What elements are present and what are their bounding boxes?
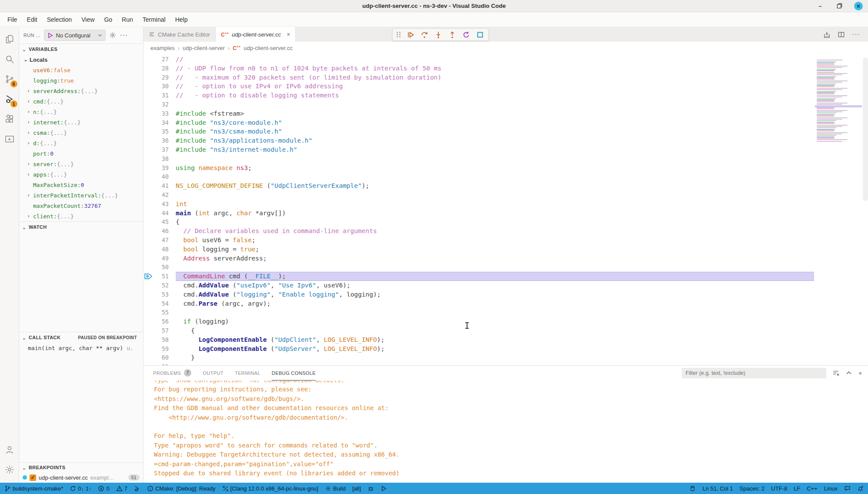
stop-button[interactable]: [476, 30, 484, 39]
code-line[interactable]: 53 cmd.AddValue ("logging", "Enable logg…: [144, 290, 814, 299]
breakpoint-checkbox[interactable]: ✓: [30, 474, 36, 481]
code-line[interactable]: 37#include "ns3/internet-module.h": [144, 145, 814, 154]
tab-udp-client-server[interactable]: C++ udp-client-server.cc ×: [216, 27, 296, 42]
status-play-icon[interactable]: [381, 485, 387, 492]
code-line[interactable]: 38: [144, 154, 814, 164]
status-ln-51-col-1[interactable]: Ln 51, Col 1: [702, 485, 733, 492]
variable-row[interactable]: ›client: {...}: [19, 211, 143, 221]
activity-accounts[interactable]: [0, 440, 19, 460]
code-line[interactable]: 47 bool useV6 = false;: [144, 236, 814, 245]
status-bug-icon[interactable]: [367, 485, 374, 492]
code-line[interactable]: 42: [144, 190, 814, 200]
status-box-icon[interactable]: [689, 485, 696, 492]
variable-row[interactable]: ›apps: {...}: [19, 169, 143, 180]
drag-handle-icon[interactable]: [397, 32, 401, 37]
breadcrumb-item[interactable]: udp-client-server.cc: [244, 45, 293, 51]
code-line[interactable]: 60 }: [144, 353, 814, 362]
code-line[interactable]: 44main (int argc, char *argv[]): [144, 209, 814, 218]
gear-icon[interactable]: [109, 32, 116, 39]
code-line[interactable]: 54 cmd.Parse (argc, argv);: [144, 299, 814, 308]
close-button[interactable]: ×: [854, 2, 863, 10]
code-line[interactable]: 30// - option to use IPv4 or IPv6 addres…: [144, 82, 814, 91]
variable-row[interactable]: port: 0: [19, 148, 143, 159]
code-line[interactable]: 27//: [144, 55, 814, 64]
status-lf[interactable]: LF: [794, 485, 800, 492]
split-editor-icon[interactable]: [838, 31, 845, 38]
activity-search[interactable]: [0, 50, 19, 70]
panel-tab-terminal[interactable]: TERMINAL: [235, 366, 260, 381]
status-clang-12-0-0-x86-64-pc-linux-gnu[interactable]: [Clang 12.0.0 x86_64-pc-linux-gnu]: [222, 485, 318, 492]
variable-row[interactable]: ›internet: {...}: [19, 117, 143, 127]
status-build[interactable]: Build: [325, 485, 346, 492]
code-line[interactable]: 45{: [144, 217, 814, 227]
watch-header[interactable]: ⌄ WATCH: [19, 222, 143, 232]
menu-terminal[interactable]: Terminal: [139, 14, 170, 25]
status-7[interactable]: 7: [116, 485, 127, 492]
code-line[interactable]: 50: [144, 263, 814, 272]
menu-edit[interactable]: Edit: [23, 14, 41, 25]
code-editor[interactable]: 27//28// - UDP flow from n0 to n1 of 102…: [144, 54, 868, 365]
code-line[interactable]: 46 // Declare variables used in command-…: [144, 227, 814, 236]
panel-tab-problems[interactable]: PROBLEMS7: [153, 366, 191, 381]
breadcrumb-item[interactable]: udp-client-server: [183, 45, 225, 51]
continue-button[interactable]: [406, 30, 415, 39]
console-filter[interactable]: [682, 368, 826, 378]
filter-input[interactable]: [682, 370, 826, 376]
status-bell-dot-icon[interactable]: [857, 485, 864, 492]
variable-row[interactable]: ›interPacketInterval: {...}: [19, 190, 143, 200]
variable-row[interactable]: maxPacketCount: 32767: [19, 200, 143, 211]
variable-row[interactable]: ›server: {...}: [19, 159, 143, 169]
status-0-1[interactable]: 0↓ 1↑: [70, 485, 91, 492]
tab-cmake-cache-editor[interactable]: CMake Cache Editor: [144, 27, 216, 42]
code-line[interactable]: 51 CommandLine cmd (__FILE__);: [144, 272, 814, 281]
menu-run[interactable]: Run: [118, 14, 137, 25]
menu-selection[interactable]: Selection: [43, 14, 76, 25]
code-line[interactable]: 29// - maximum of 320 packets sent (or l…: [144, 73, 814, 82]
variable-row[interactable]: ›csma: {...}: [19, 127, 143, 138]
more-actions-icon[interactable]: ···: [120, 31, 128, 39]
status-c[interactable]: C++: [807, 485, 818, 492]
code-line[interactable]: 59 LogComponentEnable ("UdpServer", LOG_…: [144, 344, 814, 354]
code-line[interactable]: 41NS_LOG_COMPONENT_DEFINE ("UdpClientSer…: [144, 181, 814, 190]
status-utf-8[interactable]: UTF-8: [771, 485, 787, 492]
variable-row[interactable]: logging: true: [19, 75, 143, 86]
menu-view[interactable]: View: [77, 14, 98, 25]
code-line[interactable]: 56 if (logging): [144, 317, 814, 326]
code-line[interactable]: 32: [144, 100, 814, 109]
collapse-panel-icon[interactable]: [845, 370, 852, 377]
menu-file[interactable]: File: [3, 14, 21, 25]
status-linux[interactable]: Linux: [824, 485, 838, 492]
code-line[interactable]: 43int: [144, 200, 814, 209]
breakpoint-row[interactable]: ✓ udp-client-server.cc exampl… 51: [19, 472, 143, 483]
variable-row[interactable]: ›n: {...}: [19, 107, 143, 117]
panel-tab-debug-console[interactable]: DEBUG CONSOLE: [272, 366, 316, 381]
variable-row[interactable]: MaxPacketSize: 0: [19, 180, 143, 190]
code-line[interactable]: 52 cmd.AddValue ("useIpv6", "Use Ipv6", …: [144, 281, 814, 290]
code-line[interactable]: 61: [144, 362, 814, 365]
status-buildsystem-cmake[interactable]: buildsystem-cmake*: [4, 485, 63, 492]
editor-scrollbar[interactable]: [863, 57, 868, 201]
code-line[interactable]: 33#include <fstream>: [144, 109, 814, 118]
status-cmake-debug-ready[interactable]: CMake: [Debug]: Ready: [147, 485, 216, 492]
clear-console-icon[interactable]: [832, 370, 839, 377]
step-out-button[interactable]: [448, 30, 457, 39]
step-over-button[interactable]: [420, 30, 429, 39]
variable-row[interactable]: useV6: false: [19, 65, 143, 75]
start-debug-icon[interactable]: [47, 33, 53, 38]
code-line[interactable]: 36#include "ns3/applications-module.h": [144, 136, 814, 145]
debug-console[interactable]: Type "show configuration" for configurat…: [144, 381, 868, 483]
code-line[interactable]: 28// - UDP flow from n0 to n1 of 1024 by…: [144, 64, 814, 73]
activity-source-control[interactable]: 6: [0, 70, 19, 90]
code-line[interactable]: 58 LogComponentEnable ("UdpClient", LOG_…: [144, 335, 814, 344]
stack-frame[interactable]: main(int argc, char ** argv) u.: [19, 343, 143, 353]
activity-remote-explorer[interactable]: [0, 130, 19, 150]
restore-button[interactable]: [835, 2, 844, 10]
status-feedback-icon[interactable]: [844, 485, 851, 492]
variable-row[interactable]: ›d: {...}: [19, 138, 143, 148]
code-line[interactable]: 49 Address serverAddress;: [144, 254, 814, 263]
status-all[interactable]: [all]: [352, 485, 361, 492]
code-line[interactable]: 57 {: [144, 326, 814, 335]
menu-help[interactable]: Help: [171, 14, 192, 25]
activity-explorer[interactable]: [0, 30, 19, 50]
variables-header[interactable]: ⌄ VARIABLES: [19, 44, 143, 54]
